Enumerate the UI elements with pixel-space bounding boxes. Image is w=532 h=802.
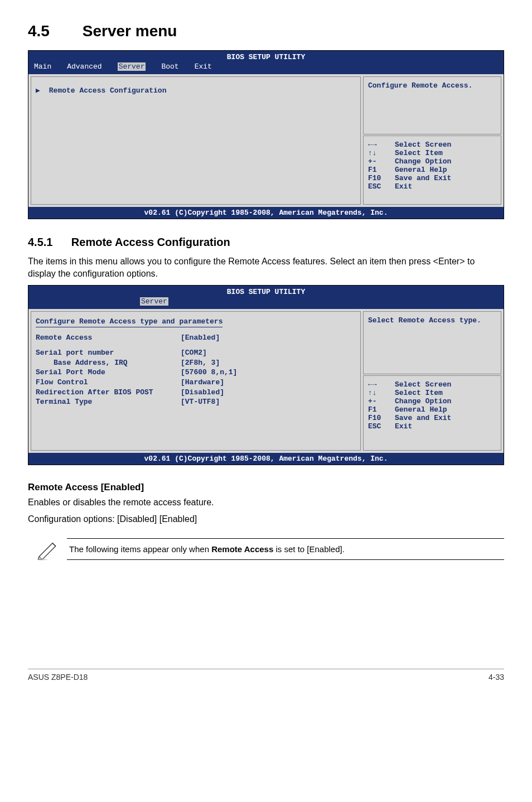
- key-f1: F1: [368, 166, 395, 174]
- bios-footer-2: v02.61 (C)Copyright 1985-2008, American …: [28, 453, 504, 465]
- key-lr-2: ←→: [368, 380, 395, 389]
- key-pm-desc: Change Option: [395, 157, 496, 166]
- key-f10-desc: Save and Exit: [395, 174, 496, 182]
- key-ud: ↑↓: [368, 149, 395, 157]
- key-f1-desc: General Help: [395, 166, 496, 174]
- config-item[interactable]: Redirection After BIOS POST[Disabled]: [36, 388, 356, 398]
- config-item-value: [57600 8,n,1]: [181, 368, 237, 378]
- key-ud-2: ↑↓: [368, 389, 395, 397]
- key-esc-desc-2: Exit: [395, 422, 496, 431]
- section-name: Server menu: [83, 22, 177, 40]
- bios-header: BIOS SETUP UTILITY Main Advanced Server …: [28, 51, 504, 74]
- setting-desc-2: Configuration options: [Disabled] [Enabl…: [28, 513, 504, 525]
- tab-exit[interactable]: Exit: [195, 62, 212, 71]
- key-pm: +-: [368, 157, 395, 166]
- bios-key-legend: ←→Select Screen ↑↓Select Item +-Change O…: [363, 136, 501, 205]
- subsection-heading: 4.5.1 Remote Access Configuration: [28, 236, 504, 249]
- section-number: 4.5: [28, 22, 78, 40]
- config-item[interactable]: Terminal Type[VT-UTF8]: [36, 397, 356, 407]
- bios-help-pane-2: Select Remote Access type.: [363, 311, 501, 374]
- bios-title: BIOS SETUP UTILITY: [34, 53, 498, 61]
- config-item-value: [VT-UTF8]: [181, 397, 220, 407]
- config-item[interactable]: Serial Port Mode[57600 8,n,1]: [36, 368, 356, 378]
- bios-help-pane: Configure Remote Access.: [363, 76, 501, 134]
- config-item-label: Flow Control: [36, 378, 181, 388]
- key-esc: ESC: [368, 182, 395, 191]
- tab-main[interactable]: Main: [34, 62, 51, 71]
- key-ud-desc: Select Item: [395, 149, 496, 157]
- key-pm-desc-2: Change Option: [395, 397, 496, 405]
- subsection-title: Remote Access Configuration: [71, 236, 230, 248]
- page-footer: ASUS Z8PE-D18 4-33: [28, 669, 504, 682]
- key-esc-desc: Exit: [395, 182, 496, 191]
- bios-tabs: Main Advanced Server Boot Exit: [34, 62, 498, 71]
- key-f10: F10: [368, 174, 395, 182]
- key-lr: ←→: [368, 141, 395, 149]
- config-item[interactable]: Flow Control[Hardware]: [36, 378, 356, 388]
- config-item-label: Serial Port Mode: [36, 368, 181, 378]
- config-item-label: Redirection After BIOS POST: [36, 388, 181, 398]
- bios-help-text: Configure Remote Access.: [368, 81, 472, 90]
- key-lr-desc-2: Select Screen: [395, 380, 496, 389]
- key-pm-2: +-: [368, 397, 395, 405]
- config-heading: Configure Remote Access type and paramet…: [36, 317, 223, 327]
- bios-help-text-2: Select Remote Access type.: [368, 316, 481, 325]
- submenu-arrow-icon: ▶: [36, 86, 45, 95]
- footer-right: 4-33: [489, 673, 504, 682]
- bios-left-pane-2: Configure Remote Access type and paramet…: [31, 311, 361, 451]
- footer-left: ASUS Z8PE-D18: [28, 673, 88, 682]
- key-lr-desc: Select Screen: [395, 141, 496, 149]
- subsection-body: The items in this menu allows you to con…: [28, 255, 504, 281]
- tab-advanced[interactable]: Advanced: [67, 62, 101, 71]
- config-item-label: Serial port number: [36, 348, 181, 358]
- bios-tabs-2: Server: [34, 297, 498, 306]
- config-item-value: [Disabled]: [181, 388, 224, 398]
- tab-server-2[interactable]: Server: [140, 297, 168, 306]
- setting-desc-1: Enables or disables the remote access fe…: [28, 496, 504, 509]
- config-item-value: [COM2]: [181, 348, 207, 358]
- bios-screen-2: BIOS SETUP UTILITY Server Configure Remo…: [28, 285, 504, 465]
- bios-title-2: BIOS SETUP UTILITY: [34, 288, 498, 296]
- menu-remote-access-config[interactable]: ▶ Remote Access Configuration: [36, 86, 356, 95]
- key-f10-2: F10: [368, 414, 395, 422]
- config-item[interactable]: Serial port number[COM2]: [36, 348, 356, 358]
- note-pencil-icon: [28, 536, 67, 563]
- config-item-value: [Enabled]: [181, 333, 220, 343]
- note-text: The following items appear only when Rem…: [67, 538, 504, 560]
- config-item-value: [2F8h, 3]: [181, 358, 220, 368]
- key-f1-desc-2: General Help: [395, 405, 496, 414]
- bios-right-pane-2: Select Remote Access type. ←→Select Scre…: [363, 311, 501, 451]
- bios-right-pane: Configure Remote Access. ←→Select Screen…: [363, 76, 501, 205]
- key-f1-2: F1: [368, 405, 395, 414]
- config-item[interactable]: Base Address, IRQ[2F8h, 3]: [36, 358, 356, 368]
- bios-left-pane: ▶ Remote Access Configuration: [31, 76, 361, 205]
- key-ud-desc-2: Select Item: [395, 389, 496, 397]
- config-item-value: [Hardware]: [181, 378, 224, 388]
- config-item-label: Base Address, IRQ: [36, 358, 181, 368]
- config-item-label: Terminal Type: [36, 397, 181, 407]
- menu-item-label: Remote Access Configuration: [49, 86, 167, 95]
- config-item[interactable]: Remote Access[Enabled]: [36, 333, 356, 343]
- section-heading: 4.5 Server menu: [28, 22, 504, 40]
- subsection-num: 4.5.1: [28, 236, 52, 248]
- bios-header-2: BIOS SETUP UTILITY Server: [28, 286, 504, 309]
- setting-title: Remote Access [Enabled]: [28, 482, 504, 493]
- tab-boot[interactable]: Boot: [161, 62, 178, 71]
- key-esc-2: ESC: [368, 422, 395, 431]
- note-bold-term: Remote Access: [211, 544, 273, 554]
- key-f10-desc-2: Save and Exit: [395, 414, 496, 422]
- config-item-label: Remote Access: [36, 333, 181, 343]
- bios-key-legend-2: ←→Select Screen ↑↓Select Item +-Change O…: [363, 375, 501, 451]
- bios-screen-1: BIOS SETUP UTILITY Main Advanced Server …: [28, 50, 504, 219]
- note-block: The following items appear only when Rem…: [28, 536, 504, 563]
- svg-point-0: [37, 558, 47, 560]
- bios-footer: v02.61 (C)Copyright 1985-2008, American …: [28, 207, 504, 219]
- tab-server[interactable]: Server: [118, 62, 146, 71]
